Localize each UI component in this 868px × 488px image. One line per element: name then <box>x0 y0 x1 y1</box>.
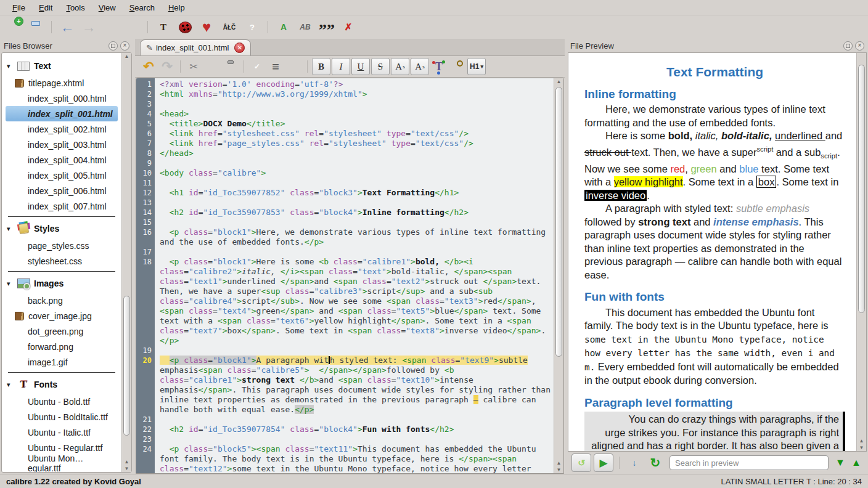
code-line-text[interactable]: <head> <box>155 109 554 119</box>
code-line-text[interactable]: <?xml version='1.0' encoding='utf-8'?> <box>155 79 554 89</box>
section-styles[interactable]: ▾Styles <box>2 219 121 238</box>
new-file-icon[interactable] <box>5 18 23 36</box>
back-arrow-icon[interactable]: ← <box>58 18 76 36</box>
section-text[interactable]: ▾Text <box>2 57 121 75</box>
undo-icon[interactable]: ↶ <box>140 59 157 75</box>
file-item[interactable]: index_split_000.html <box>6 91 118 106</box>
code-line-text[interactable]: <p class="block1">Here is some <b class=… <box>155 257 554 346</box>
code-line-text[interactable] <box>155 415 554 425</box>
find-prev-icon[interactable]: ▲ <box>850 454 863 471</box>
superscript-icon[interactable]: A <box>411 58 429 75</box>
editor-scrollbar[interactable]: ▲ ▲ ▼ <box>554 78 563 473</box>
float-icon[interactable] <box>843 41 853 51</box>
menu-search[interactable]: Search <box>123 2 161 14</box>
insert-image-icon[interactable] <box>285 59 303 75</box>
special-char-icon[interactable]: T <box>430 59 448 75</box>
record-icon[interactable] <box>123 18 141 36</box>
tab-close-icon[interactable]: ✕ <box>234 43 245 53</box>
code-line-text[interactable]: <link href="stylesheet.css" rel="stylesh… <box>155 129 554 139</box>
file-item[interactable]: image1.gif <box>6 354 118 370</box>
code-line-text[interactable] <box>155 247 554 257</box>
scrollbar-thumb[interactable] <box>123 296 130 435</box>
code-area[interactable]: 1<?xml version='1.0' encoding='utf-8'?>2… <box>136 78 554 473</box>
file-item[interactable]: stylesheet.css <box>6 253 118 269</box>
background-color-icon[interactable] <box>449 59 466 75</box>
file-item[interactable]: back.png <box>6 293 118 308</box>
code-line-text[interactable]: <html xmlns="http://www.w3.org/1999/xhtm… <box>155 89 554 99</box>
code-line-text[interactable]: <p class="block1">Here, we demonstrate v… <box>155 227 554 247</box>
refresh-icon[interactable]: ↻ <box>646 454 665 471</box>
underline-icon[interactable]: U <box>351 58 370 75</box>
file-item[interactable]: cover_image.jpg <box>6 308 118 323</box>
menu-help[interactable]: Help <box>162 2 191 14</box>
menu-edit[interactable]: Edit <box>33 2 59 14</box>
case-change-icon[interactable]: AB <box>296 18 314 36</box>
code-line-text[interactable] <box>155 158 554 168</box>
file-item[interactable]: Ubuntu - Bold.ttf <box>6 394 118 409</box>
scroll-up-icon[interactable]: ▲ <box>554 78 563 85</box>
heart-icon[interactable]: ♥ <box>197 18 216 36</box>
preview-scrollbar[interactable]: ▲ ▼ <box>856 53 866 451</box>
search-input[interactable] <box>669 455 829 470</box>
pin-icon[interactable] <box>101 18 120 36</box>
file-item[interactable]: index_split_003.html <box>6 137 118 152</box>
beautify-icon[interactable]: ≡ <box>267 59 284 75</box>
code-line-text[interactable] <box>155 346 554 356</box>
broom-icon[interactable]: ✗ <box>339 18 358 36</box>
float-icon[interactable] <box>108 41 118 51</box>
file-item[interactable]: forward.png <box>6 339 118 354</box>
code-line-text[interactable] <box>155 99 554 109</box>
file-item[interactable]: titlepage.xhtml <box>6 75 118 91</box>
scroll-down-icon[interactable]: ▼ <box>122 465 131 472</box>
fix-html-icon[interactable]: ✓ <box>248 59 266 75</box>
code-line-text[interactable]: <body class="calibre"> <box>155 168 554 178</box>
code-line-text[interactable]: <title>DOCX Demo</title> <box>155 119 554 129</box>
code-line-text[interactable] <box>155 198 554 208</box>
code-line-text[interactable]: <p class="block5"><span class="text11">T… <box>155 444 554 473</box>
italic-icon[interactable]: I <box>332 58 350 75</box>
strikethrough-icon[interactable]: S <box>371 58 390 75</box>
preview-document[interactable]: Text Formatting Inline formattingHere, w… <box>568 53 856 451</box>
quotes-icon[interactable]: ”” <box>317 15 336 39</box>
run-icon[interactable]: ▶ <box>594 453 613 472</box>
scroll-up-icon[interactable]: ▲ <box>122 53 131 60</box>
tab-index-split-001[interactable]: ✎ index_split_001.html ✕ <box>140 39 251 55</box>
subscript-icon[interactable]: A <box>391 58 409 75</box>
file-item[interactable]: index_split_004.html <box>6 152 118 168</box>
cut-icon[interactable]: ✂ <box>185 59 202 75</box>
scroll-down-icon[interactable]: ▼ <box>857 444 866 451</box>
code-line-text[interactable]: <h2 id="id_Toc359077853" class="block4">… <box>155 208 554 218</box>
scrollbar-thumb[interactable] <box>858 65 865 313</box>
file-item[interactable]: Ubuntu Mon…egular.ttf <box>6 455 118 471</box>
forward-arrow-icon[interactable]: → <box>80 18 98 36</box>
file-item[interactable]: index_split_007.html <box>6 198 118 214</box>
section-fonts[interactable]: ▾TFonts <box>2 375 121 394</box>
file-item[interactable]: index_split_006.html <box>6 183 118 198</box>
menu-view[interactable]: View <box>92 2 122 14</box>
file-item[interactable]: Ubuntu - Italic.ttf <box>6 425 118 440</box>
redo-icon[interactable]: ↷ <box>158 59 176 75</box>
menu-tools[interactable]: Tools <box>60 2 91 14</box>
spellcheck-icon[interactable]: ÅŁČ <box>219 18 240 36</box>
bold-icon[interactable]: B <box>312 58 330 75</box>
code-line-text[interactable]: <h1 id="id_Toc359077852" class="block3">… <box>155 188 554 198</box>
letter-tile-icon[interactable]: T <box>154 18 173 36</box>
code-line-text[interactable]: <p class="block1">A paragraph with style… <box>155 356 554 415</box>
help-icon[interactable]: ? <box>243 18 261 36</box>
file-item[interactable]: dot_green.png <box>6 323 118 339</box>
menu-file[interactable]: File <box>6 2 31 14</box>
file-item[interactable]: index_split_001.html <box>6 106 118 121</box>
heading-style-icon[interactable]: H1 <box>467 58 486 75</box>
signature-icon[interactable]: A <box>274 18 293 36</box>
code-line-text[interactable]: <h2 id="id_Toc359077854" class="block4">… <box>155 425 554 434</box>
code-line-text[interactable] <box>155 218 554 227</box>
file-item[interactable]: index_split_005.html <box>6 168 118 183</box>
close-icon[interactable] <box>120 41 129 51</box>
code-line-text[interactable] <box>155 178 554 188</box>
section-images[interactable]: ▾Images <box>2 274 121 293</box>
file-item[interactable]: Ubuntu - BoldItalic.ttf <box>6 409 118 425</box>
code-line-text[interactable]: </head> <box>155 148 554 158</box>
code-line-text[interactable] <box>155 434 554 444</box>
files-scrollbar[interactable]: ▲ ▲ ▼ <box>121 53 131 472</box>
sync-position-icon[interactable]: ↓ <box>625 454 644 471</box>
